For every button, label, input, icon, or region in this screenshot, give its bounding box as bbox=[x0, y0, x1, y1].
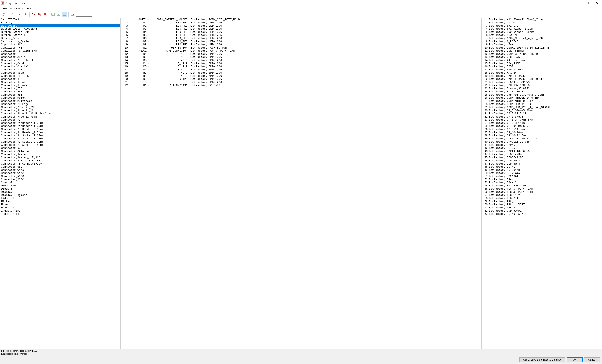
filter-input[interactable] bbox=[76, 12, 92, 17]
library-item[interactable]: Connector_PinSocket_2.00mm bbox=[0, 140, 120, 143]
library-item[interactable]: Connector_Hirose bbox=[0, 84, 120, 87]
footprint-item[interactable]: 19BotFactory:BARREL_JACK bbox=[482, 75, 602, 78]
footprint-item[interactable]: 61BotFactory:FSR_P2 bbox=[482, 206, 602, 209]
delete-all-icon[interactable] bbox=[43, 12, 47, 17]
library-item[interactable]: Button_Switch_Keyboard bbox=[0, 27, 120, 31]
library-item[interactable]: Connector_Samtec_HLE_THT bbox=[0, 159, 120, 162]
ok-button[interactable]: OK bbox=[567, 357, 582, 362]
footprint-item[interactable]: 9BotFactory:15uH bbox=[482, 43, 602, 46]
footprint-item[interactable]: 36BotFactory:CP_8x11.5mm bbox=[482, 128, 602, 131]
footprint-item[interactable]: 48BotFactory:DO-41 bbox=[482, 165, 602, 169]
library-item[interactable]: Connector_HDMI bbox=[0, 78, 120, 81]
menu-preferences[interactable]: Preferences bbox=[8, 7, 25, 11]
footprint-item[interactable]: 29BotFactory:CONN_USB_TYPE_A_DUAL_STACKE… bbox=[482, 106, 602, 109]
footprint-item[interactable]: 54BotFactory:EPILEDS-45MIL bbox=[482, 184, 602, 187]
footprint-item[interactable]: 60BotFactory:FPC_14_VERT bbox=[482, 203, 602, 206]
library-item[interactable]: Connector_DIN bbox=[0, 68, 120, 71]
footprint-item[interactable]: 44BotFactory:DIODE-0805 bbox=[482, 153, 602, 156]
footprint-item[interactable]: 23BotFactory:Bourns_SRU8043 bbox=[482, 87, 602, 90]
footprint-item[interactable]: 3BotFactory:5x2_1.27 bbox=[482, 24, 602, 27]
footprint-item[interactable]: 24BotFactory:BT_MICROCHIP bbox=[482, 90, 602, 93]
library-item[interactable]: Connector bbox=[0, 53, 120, 56]
footprint-item[interactable]: 39BotFactory:Crystal_12Mhz_DFN_LCC bbox=[482, 137, 602, 140]
filter-pincount-icon[interactable]: # bbox=[56, 12, 61, 17]
component-row[interactable]: 1BATT1 - COIN_BATTERY_HOLDER : BotFactor… bbox=[121, 18, 481, 21]
library-item[interactable]: Fuse bbox=[0, 203, 120, 206]
library-item[interactable]: Connector_PCBEdge bbox=[0, 103, 120, 106]
library-item[interactable]: Connector_Wire bbox=[0, 172, 120, 175]
menu-help[interactable]: Help bbox=[25, 7, 34, 11]
library-item[interactable]: Connector_PinHeader_1.00mm bbox=[0, 121, 120, 125]
footprint-item[interactable]: 15BotFactory:50A_FUSE bbox=[482, 62, 602, 65]
footprint-item[interactable]: 43BotFactory:DDPAK_TO-263-3 bbox=[482, 150, 602, 153]
footprint-item[interactable]: 30BotFactory:CP_5.30mmx5.30mm bbox=[482, 109, 602, 112]
filter-library-icon[interactable]: L bbox=[62, 12, 67, 17]
library-item[interactable]: 2-1437565-8 bbox=[0, 18, 120, 21]
library-item[interactable]: Connector_PinHeader_2.54mm bbox=[0, 131, 120, 134]
component-row[interactable]: 16R5 - R_49.9 : BotFactory:SMD-1206 bbox=[121, 65, 481, 68]
nav-prev-icon[interactable] bbox=[17, 12, 22, 17]
apply-button[interactable]: Apply, Save Schematic & Continue bbox=[519, 357, 565, 362]
component-row[interactable]: 13R2 - R_49.9 : BotFactory:SMD-1206 bbox=[121, 56, 481, 59]
footprint-item[interactable]: 55BotFactory:FCC_&_FPC_6P_1MM bbox=[482, 187, 602, 191]
library-item[interactable]: Connector_Samtec bbox=[0, 153, 120, 156]
component-row[interactable]: 11PROG1 - SPI_CONNECTOR : BotFactory:FCC… bbox=[121, 49, 481, 53]
library-item[interactable]: Buzzer_Beeper bbox=[0, 37, 120, 40]
library-item[interactable]: Display bbox=[0, 191, 120, 193]
library-item[interactable]: Connector_Multicomp bbox=[0, 99, 120, 103]
library-item[interactable]: Connector_SATA_SAS bbox=[0, 150, 120, 153]
library-item[interactable]: Heatsink bbox=[0, 206, 120, 209]
footprint-item[interactable]: 47BotFactory:DIP_SW_4 bbox=[482, 162, 602, 165]
component-row[interactable]: 14R3 - R_49.9 : BotFactory:SMD-1206 bbox=[121, 59, 481, 62]
footprint-item[interactable]: 17BotFactory:AMP-N-LOK4 bbox=[482, 68, 602, 71]
footprint-item[interactable]: 38BotFactory:CP_10x12.5mm bbox=[482, 134, 602, 137]
footprint-item[interactable]: 22BotFactory:BOURNS-INDUCTOR bbox=[482, 84, 602, 87]
library-item[interactable]: Connector_Samtec_HLE_SMD bbox=[0, 156, 120, 159]
footprint-item[interactable]: 8BotFactory:8_PCI-E bbox=[482, 40, 602, 43]
footprint-item[interactable]: 35BotFactory:CP_8x10mm_SMD bbox=[482, 125, 602, 128]
library-item[interactable]: Connector_TE-Connectivity bbox=[0, 162, 120, 165]
library-item[interactable]: Connector_Molex bbox=[0, 96, 120, 99]
footprint-item[interactable]: 40BotFactory:Crystal_32.768 bbox=[482, 140, 602, 143]
library-item[interactable]: Calibration_Scale bbox=[0, 40, 120, 43]
component-row[interactable]: 2D1 - LED_RED : BotFactory:LED-1206 bbox=[121, 21, 481, 24]
library-item[interactable]: Connector_BarrelJack bbox=[0, 59, 120, 62]
library-item[interactable]: Crystal bbox=[0, 181, 120, 184]
component-row[interactable]: 9D8 - LED_RED : BotFactory:LED-1206 bbox=[121, 43, 481, 46]
footprint-item[interactable]: 42BotFactory:DB-25 bbox=[482, 147, 602, 150]
footprint-list[interactable]: 1BotFactory:(12.50mmx12.50mm)_Inductor2B… bbox=[482, 18, 602, 349]
library-item[interactable]: Connector_IDC bbox=[0, 87, 120, 90]
footprint-item[interactable]: 46BotFactory:DIP-SW-3 bbox=[482, 159, 602, 162]
footprint-item[interactable]: 12BotFactory:20MM_COIN_BATT_HOLD bbox=[482, 53, 602, 56]
footprint-item[interactable]: 2BotFactory:2K_POT bbox=[482, 21, 602, 24]
library-item[interactable]: Battery bbox=[0, 21, 120, 24]
library-item[interactable]: Converter_ACDC bbox=[0, 175, 120, 178]
nav-next-icon[interactable] bbox=[23, 12, 28, 17]
library-item[interactable]: Filter bbox=[0, 200, 120, 203]
menu-file[interactable]: File bbox=[1, 7, 8, 11]
footprint-item[interactable]: 5BotFactory:5x2_Ribbon_2.54mm bbox=[482, 31, 602, 34]
library-item[interactable]: Connector_PinSocket_1.00mm bbox=[0, 134, 120, 137]
component-row[interactable]: 15R4 - R_49.9 : BotFactory:SMD-1206 bbox=[121, 62, 481, 65]
footprint-item[interactable]: 7BotFactory:6MHZ_Crystal_4_pin_SMD bbox=[482, 37, 602, 40]
library-item[interactable]: Capacitor_THT bbox=[0, 46, 120, 49]
component-row[interactable]: 6D5 - LED_RED : BotFactory:LED-1206 bbox=[121, 34, 481, 37]
library-list[interactable]: 2-1437565-8BatteryBotFactoryButton_Switc… bbox=[0, 18, 120, 349]
library-item[interactable]: Connector_Phoenix_MC bbox=[0, 109, 120, 112]
filter-text-icon[interactable] bbox=[70, 12, 75, 17]
footprint-item[interactable]: 6BotFactory:6-WDFN bbox=[482, 34, 602, 37]
footprint-item[interactable]: 51BotFactory:DO216AA bbox=[482, 175, 602, 178]
footprint-item[interactable]: 1BotFactory:(12.50mmx12.50mm)_Inductor bbox=[482, 18, 602, 21]
library-item[interactable]: Fiducial bbox=[0, 197, 120, 200]
footprint-item[interactable]: 59BotFactory:FPC_14 bbox=[482, 200, 602, 203]
footprint-item[interactable]: 4BotFactory:5x2_Ribbon_1.27mm bbox=[482, 27, 602, 31]
library-item[interactable]: Connector_JAE bbox=[0, 90, 120, 93]
library-item[interactable]: Inductor_SMD bbox=[0, 209, 120, 213]
edit-table-icon[interactable] bbox=[9, 12, 14, 17]
library-item[interactable]: Converter_DCDC bbox=[0, 178, 120, 181]
footprint-item[interactable]: 26BotFactory:CONN_HIROSE_24_0.5MM bbox=[482, 96, 602, 99]
maximize-button[interactable] bbox=[583, 0, 592, 6]
component-row[interactable]: 7D6 - LED_RED : BotFactory:LED-1206 bbox=[121, 37, 481, 40]
library-item[interactable]: Connector_Harwin bbox=[0, 81, 120, 84]
library-item[interactable]: Connector_Phoenix_GMSTB bbox=[0, 106, 120, 109]
